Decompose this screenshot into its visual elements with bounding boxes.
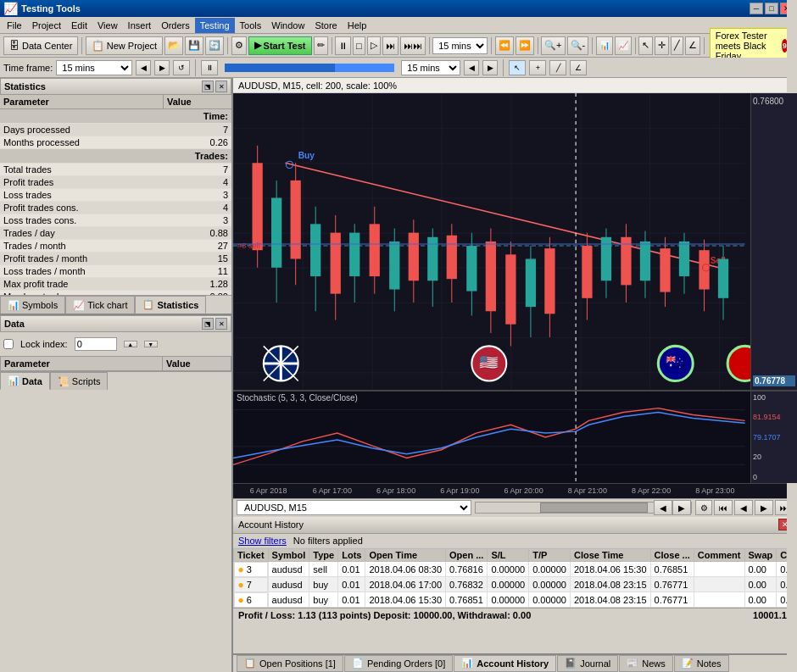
tab-scripts[interactable]: 📜 Scripts (50, 372, 109, 390)
save-icon-btn[interactable]: 💾 (185, 36, 203, 55)
svg-rect-31 (466, 246, 477, 292)
chart-settings-btn[interactable]: ⚙ (695, 500, 712, 515)
maximize-button[interactable]: □ (765, 3, 778, 14)
data-center-button[interactable]: 🗄 Data Center (3, 36, 78, 55)
stoch-d-value: 79.1707 (753, 433, 795, 442)
start-test-button[interactable]: ▶ Start Test (248, 36, 312, 55)
draw-line2-btn[interactable]: ╱ (549, 60, 566, 75)
tab-open-positions[interactable]: 📋 Open Positions [1] (237, 655, 343, 672)
menu-edit[interactable]: Edit (66, 18, 92, 33)
show-filters-link[interactable]: Show filters (238, 536, 287, 546)
menu-help[interactable]: Help (343, 18, 372, 33)
lock-index-up-btn[interactable]: ▲ (124, 341, 137, 347)
title-bar: 📈 Testing Tools ─ □ ✕ (0, 0, 797, 17)
settings-icon-btn[interactable]: ⚙ (231, 36, 247, 55)
stats-close-btn[interactable]: ✕ (215, 81, 227, 92)
speed-prev-btn[interactable]: ◀ (464, 60, 479, 75)
timeframe-bar: Time frame: 15 mins ◀ ▶ ↺ ⏸ 15 mins ◀ ▶ … (0, 58, 797, 78)
menu-view[interactable]: View (92, 18, 123, 33)
tf-refresh-btn[interactable]: ↺ (173, 60, 190, 75)
data-float-btn[interactable]: ⬔ (202, 318, 214, 330)
price-scale: 0.76800 0.76778 (750, 93, 797, 390)
time-label-1: 6 Apr 2018 (237, 486, 300, 495)
tab-statistics[interactable]: 📋 Statistics (135, 296, 206, 314)
mark-icon-btn[interactable]: ✏ (314, 36, 328, 55)
menu-insert[interactable]: Insert (123, 18, 157, 33)
time-label-4: 6 Apr 19:00 (428, 486, 492, 495)
speed-next-btn[interactable]: ▶ (482, 60, 498, 75)
lock-index-input[interactable] (75, 337, 117, 351)
tab-notes[interactable]: 📝 Notes (674, 655, 729, 672)
scroll-right-btn[interactable]: ▶ (672, 500, 691, 515)
svg-rect-49 (660, 248, 670, 292)
zoom-in-btn[interactable]: 🔍+ (541, 36, 565, 55)
menu-window[interactable]: Window (266, 18, 309, 33)
speed-select[interactable]: 15 mins (401, 60, 460, 75)
chart-prev-btn[interactable]: ◀ (734, 500, 753, 515)
chart-btn-1[interactable]: 📊 (596, 36, 613, 55)
chart-btn-2[interactable]: 📈 (615, 36, 632, 55)
refresh-icon-btn[interactable]: 🔄 (205, 36, 224, 55)
tf-prev-btn[interactable]: ◀ (136, 60, 151, 75)
menu-testing[interactable]: Testing (195, 18, 235, 33)
tab-symbols[interactable]: 📊 Symbols (0, 296, 65, 314)
draw-angle2-btn[interactable]: ∠ (570, 60, 587, 75)
col-tp: T/P (529, 548, 571, 561)
tab-data[interactable]: 📊 Data (0, 372, 50, 390)
toolbar-btn-7[interactable]: ▷ (367, 36, 381, 55)
svg-rect-14 (331, 233, 341, 294)
speed-btn-2[interactable]: ⏩ (516, 36, 534, 55)
cursor-btn[interactable]: ↖ (638, 36, 653, 55)
menu-store[interactable]: Store (309, 18, 342, 33)
data-close-btn[interactable]: ✕ (215, 318, 227, 330)
pending-orders-icon: 📄 (352, 658, 364, 669)
chart-next-btn[interactable]: ▶ (755, 500, 773, 515)
lock-index-down-btn[interactable]: ▼ (144, 341, 158, 347)
database-icon: 🗄 (9, 40, 20, 52)
draw-plus-btn[interactable]: + (529, 60, 546, 75)
stats-float-btn[interactable]: ⬔ (202, 81, 214, 92)
statistics-panel: Statistics ⬔ ✕ Parameter Value (0, 78, 231, 315)
menu-tools[interactable]: Tools (235, 18, 267, 33)
speed-btn-1[interactable]: ⏪ (495, 36, 514, 55)
angle-btn[interactable]: ∠ (685, 36, 700, 55)
minimize-button[interactable]: ─ (750, 3, 763, 14)
timeframe-select-2[interactable]: 15 mins (432, 37, 488, 54)
tab-journal[interactable]: 📓 Journal (557, 655, 618, 672)
svg-rect-37 (526, 259, 536, 308)
time-label-3: 6 Apr 18:00 (365, 486, 428, 495)
menu-file[interactable]: File (2, 18, 27, 33)
line-btn[interactable]: ╱ (671, 36, 683, 55)
col-comment: Comment (694, 548, 744, 561)
chart-wrapper: AUDUSD, M15, cell: 200, scale: 100% (233, 78, 797, 517)
chart-scrollbar-thumb[interactable] (540, 503, 648, 513)
new-project-button[interactable]: 📋 New Project (86, 36, 163, 55)
menu-orders[interactable]: Orders (156, 18, 195, 33)
draw-cursor-btn[interactable]: ↖ (509, 60, 526, 75)
tab-account-history[interactable]: 📊 Account History (454, 655, 556, 672)
price-high: 0.76800 (753, 97, 795, 106)
svg-rect-47 (640, 242, 650, 280)
timeframe-select[interactable]: 15 mins (56, 60, 132, 75)
tab-tick-chart[interactable]: 📈 Tick chart (65, 296, 135, 314)
toolbar-btn-6[interactable]: □ (353, 36, 365, 55)
col-symbol: Symbol (268, 548, 309, 561)
toolbar-btn-9[interactable]: ⏭⏭ (400, 36, 426, 55)
lock-index-checkbox[interactable] (3, 339, 14, 349)
menu-project[interactable]: Project (27, 18, 66, 33)
table-row: Loss trades cons. 3 (0, 214, 231, 227)
tab-news[interactable]: 📰 News (619, 655, 673, 672)
open-project-icon-btn[interactable]: 📂 (164, 36, 183, 55)
tf-next-btn[interactable]: ▶ (154, 60, 170, 75)
pause-btn[interactable]: ⏸ (201, 60, 218, 75)
toolbar-btn-8[interactable]: ⏭ (382, 36, 398, 55)
toolbar-btn-5[interactable]: ⏸ (335, 36, 351, 55)
chart-canvas-area[interactable]: Buy (233, 93, 797, 390)
chart-scrollbar[interactable]: ◀ ▶ (475, 502, 693, 514)
tab-pending-orders[interactable]: 📄 Pending Orders [0] (344, 655, 453, 672)
crosshair-btn[interactable]: ✛ (655, 36, 669, 55)
chart-first-btn[interactable]: ⏮ (714, 500, 733, 515)
scroll-left-btn[interactable]: ◀ (654, 500, 672, 515)
chart-symbol-select[interactable]: AUDUSD, M15 (237, 500, 471, 515)
zoom-out-btn[interactable]: 🔍- (567, 36, 589, 55)
